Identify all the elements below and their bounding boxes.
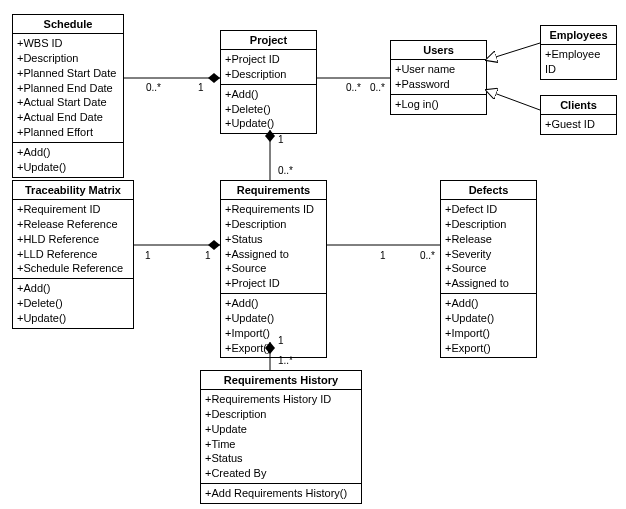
op: +Delete() bbox=[17, 296, 129, 311]
mult-label: 1 bbox=[278, 134, 284, 145]
class-title: Project bbox=[221, 31, 316, 50]
class-ops: +Add() +Delete() +Update() bbox=[221, 85, 316, 134]
op: +Add() bbox=[17, 281, 129, 296]
attr: +Project ID bbox=[225, 276, 322, 291]
class-project: Project +Project ID +Description +Add() … bbox=[220, 30, 317, 134]
mult-label: 0..* bbox=[346, 82, 361, 93]
class-clients: Clients +Guest ID bbox=[540, 95, 617, 135]
attr: +Description bbox=[205, 407, 357, 422]
attr: +Project ID bbox=[225, 52, 312, 67]
attr: +Release bbox=[445, 232, 532, 247]
attr: +Actual End Date bbox=[17, 110, 119, 125]
class-ops: +Add() +Delete() +Update() bbox=[13, 279, 133, 328]
attr: +Status bbox=[225, 232, 322, 247]
attr: +User name bbox=[395, 62, 482, 77]
class-attrs: +Requirements History ID +Description +U… bbox=[201, 390, 361, 484]
attr: +Schedule Reference bbox=[17, 261, 129, 276]
class-traceability: Traceability Matrix +Requirement ID +Rel… bbox=[12, 180, 134, 329]
attr: +LLD Reference bbox=[17, 247, 129, 262]
class-requirements: Requirements +Requirements ID +Descripti… bbox=[220, 180, 327, 358]
op: +Add() bbox=[225, 296, 322, 311]
class-attrs: +User name +Password bbox=[391, 60, 486, 95]
op: +Export() bbox=[225, 341, 322, 356]
op: +Add() bbox=[225, 87, 312, 102]
attr: +Requirements ID bbox=[225, 202, 322, 217]
attr: +Release Reference bbox=[17, 217, 129, 232]
attr: +Password bbox=[395, 77, 482, 92]
op: +Log in() bbox=[395, 97, 482, 112]
op: +Update() bbox=[225, 311, 322, 326]
class-schedule: Schedule +WBS ID +Description +Planned S… bbox=[12, 14, 124, 178]
mult-label: 1..* bbox=[278, 355, 293, 366]
attr: +Description bbox=[225, 67, 312, 82]
op: +Add() bbox=[445, 296, 532, 311]
mult-label: 0..* bbox=[146, 82, 161, 93]
attr: +Planned End Date bbox=[17, 81, 119, 96]
op: +Update() bbox=[17, 160, 119, 175]
attr: +Requirement ID bbox=[17, 202, 129, 217]
mult-label: 0..* bbox=[370, 82, 385, 93]
attr: +Employee ID bbox=[545, 47, 612, 77]
op: +Import() bbox=[445, 326, 532, 341]
class-ops: +Add() +Update() +Import() +Export() bbox=[441, 294, 536, 357]
attr: +Severity bbox=[445, 247, 532, 262]
op: +Import() bbox=[225, 326, 322, 341]
op: +Update() bbox=[17, 311, 129, 326]
class-requirements-history: Requirements History +Requirements Histo… bbox=[200, 370, 362, 504]
svg-line-6 bbox=[486, 43, 540, 60]
class-attrs: +Requirement ID +Release Reference +HLD … bbox=[13, 200, 133, 279]
attr: +Time bbox=[205, 437, 357, 452]
class-ops: +Add() +Update() +Import() +Export() bbox=[221, 294, 326, 357]
svg-line-7 bbox=[486, 90, 540, 110]
op: +Update() bbox=[445, 311, 532, 326]
attr: +Actual Start Date bbox=[17, 95, 119, 110]
class-users: Users +User name +Password +Log in() bbox=[390, 40, 487, 115]
attr: +Update bbox=[205, 422, 357, 437]
attr: +Assigned to bbox=[445, 276, 532, 291]
class-attrs: +Project ID +Description bbox=[221, 50, 316, 85]
attr: +WBS ID bbox=[17, 36, 119, 51]
class-attrs: +Defect ID +Description +Release +Severi… bbox=[441, 200, 536, 294]
attr: +Status bbox=[205, 451, 357, 466]
mult-label: 1 bbox=[380, 250, 386, 261]
mult-label: 1 bbox=[278, 335, 284, 346]
attr: +Planned Start Date bbox=[17, 66, 119, 81]
class-attrs: +WBS ID +Description +Planned Start Date… bbox=[13, 34, 123, 143]
attr: +Description bbox=[17, 51, 119, 66]
mult-label: 0..* bbox=[278, 165, 293, 176]
class-title: Clients bbox=[541, 96, 616, 115]
class-title: Users bbox=[391, 41, 486, 60]
class-title: Requirements History bbox=[201, 371, 361, 390]
class-attrs: +Employee ID bbox=[541, 45, 616, 79]
mult-label: 1 bbox=[145, 250, 151, 261]
attr: +Requirements History ID bbox=[205, 392, 357, 407]
mult-label: 1 bbox=[205, 250, 211, 261]
class-title: Schedule bbox=[13, 15, 123, 34]
class-ops: +Add() +Update() bbox=[13, 143, 123, 177]
class-ops: +Add Requirements History() bbox=[201, 484, 361, 503]
class-attrs: +Requirements ID +Description +Status +A… bbox=[221, 200, 326, 294]
class-attrs: +Guest ID bbox=[541, 115, 616, 134]
class-title: Defects bbox=[441, 181, 536, 200]
attr: +Description bbox=[225, 217, 322, 232]
op: +Export() bbox=[445, 341, 532, 356]
attr: +Planned Effort bbox=[17, 125, 119, 140]
op: +Update() bbox=[225, 116, 312, 131]
class-title: Employees bbox=[541, 26, 616, 45]
attr: +Description bbox=[445, 217, 532, 232]
class-title: Requirements bbox=[221, 181, 326, 200]
attr: +Assigned to bbox=[225, 247, 322, 262]
attr: +HLD Reference bbox=[17, 232, 129, 247]
mult-label: 0..* bbox=[420, 250, 435, 261]
attr: +Source bbox=[225, 261, 322, 276]
attr: +Source bbox=[445, 261, 532, 276]
class-defects: Defects +Defect ID +Description +Release… bbox=[440, 180, 537, 358]
attr: +Defect ID bbox=[445, 202, 532, 217]
class-employees: Employees +Employee ID bbox=[540, 25, 617, 80]
attr: +Created By bbox=[205, 466, 357, 481]
attr: +Guest ID bbox=[545, 117, 612, 132]
op: +Add Requirements History() bbox=[205, 486, 357, 501]
mult-label: 1 bbox=[198, 82, 204, 93]
op: +Add() bbox=[17, 145, 119, 160]
class-ops: +Log in() bbox=[391, 95, 486, 114]
